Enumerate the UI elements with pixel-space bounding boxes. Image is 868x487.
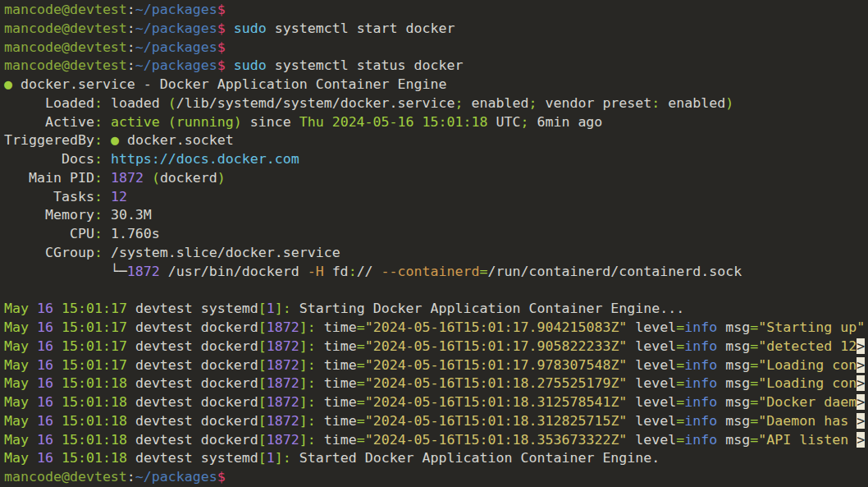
text-segment-lime: 15:01:18: [62, 432, 127, 448]
main-pid-row: Main PID: 1872 (dockerd): [4, 169, 868, 188]
text-segment-lime: =: [750, 319, 758, 335]
text-segment-user: mancode@devtest: [4, 21, 127, 36]
text-segment-yellow: "2024-05-16T15:01:17.904215083Z": [365, 319, 628, 335]
text-segment-fg: time: [316, 338, 357, 354]
text-segment-fg: [53, 413, 62, 429]
text-segment-fg: devtest systemd: [127, 301, 258, 316]
text-segment-lime: 15:01:17: [62, 301, 127, 316]
text-segment-fg: 6min ago: [528, 114, 602, 130]
text-segment-lime: ]:: [299, 338, 316, 354]
text-segment-fg: level: [627, 357, 676, 373]
text-segment-lime: 15:01:18: [62, 375, 127, 391]
text-segment-dollar: $: [217, 469, 226, 485]
text-segment-lime: =: [357, 319, 365, 335]
text-segment-lime: :: [94, 170, 103, 186]
cgroup-process-row: └─1872 /usr/bin/dockerd -H fd:// --conta…: [4, 263, 868, 282]
cgroup-row: CGroup: /system.slice/docker.service: [4, 244, 868, 263]
text-segment-lime: :: [94, 226, 103, 241]
text-segment-purple: 16: [37, 375, 53, 391]
text-segment-fg: level: [627, 413, 676, 429]
text-segment-fg: [29, 338, 37, 354]
text-segment-yellow: "Starting up": [758, 319, 865, 335]
text-segment-lime: [: [258, 301, 267, 316]
text-segment-fg: TriggeredBy: [4, 132, 94, 148]
text-segment-fg: Memory: [4, 207, 94, 223]
text-segment-cyan: sudo: [234, 57, 267, 73]
journal-line-dockerd: May 16 15:01:18 devtest dockerd[1872]: t…: [4, 393, 868, 412]
shell-prompt: mancode@devtest:~/packages$: [4, 1, 868, 20]
text-segment-lime: ]:: [299, 394, 316, 410]
journal-line-dockerd: May 16 15:01:18 devtest dockerd[1872]: t…: [4, 412, 868, 431]
text-segment-fg: [226, 21, 234, 36]
text-segment-info: info: [684, 357, 717, 373]
text-segment-lime: =: [357, 375, 365, 391]
text-segment-purple: 16: [37, 319, 53, 335]
text-segment-fg: [29, 301, 37, 316]
line-truncation-marker: >: [857, 375, 865, 391]
text-segment-fg: [144, 170, 152, 186]
text-segment-fg: Docs: [4, 151, 94, 167]
text-segment-lime: [: [258, 357, 267, 373]
text-segment-info: info: [684, 432, 717, 448]
text-segment-path: ~/packages: [135, 39, 217, 55]
text-segment-fg: loaded: [103, 95, 168, 111]
text-segment-lime: =: [357, 338, 365, 354]
text-segment-fg: systemctl status docker: [267, 57, 464, 73]
text-segment-info: info: [684, 413, 717, 429]
text-segment-fg: docker.socket: [119, 132, 234, 148]
loaded-row: Loaded: loaded (/lib/systemd/system/dock…: [4, 94, 868, 113]
journal-line-dockerd: May 16 15:01:17 devtest dockerd[1872]: t…: [4, 319, 868, 338]
text-segment-lime: ]:: [299, 357, 316, 373]
text-segment-lime: ;: [528, 95, 537, 111]
triggeredby-row: TriggeredBy: ● docker.socket: [4, 131, 868, 150]
text-segment-lime: ●: [111, 132, 119, 148]
shell-prompt: mancode@devtest:~/packages$: [4, 468, 868, 487]
text-segment-lime: [: [258, 394, 267, 410]
text-segment-fg: └─: [4, 264, 127, 279]
text-segment-fg: Starting Docker Application Container En…: [291, 301, 685, 316]
text-segment-fg: CGroup: [4, 245, 94, 260]
text-segment-lime: May: [4, 432, 29, 448]
text-segment-fg: devtest dockerd: [127, 357, 258, 373]
text-segment-fg: level: [627, 375, 676, 391]
text-segment-lime: May: [4, 338, 29, 354]
journal-line-dockerd: May 16 15:01:17 devtest dockerd[1872]: t…: [4, 338, 868, 356]
text-segment-fg: /usr/bin/dockerd: [160, 264, 308, 279]
text-segment-lime: May: [4, 375, 29, 391]
text-segment-cyan: https://docs.docker.com: [111, 151, 299, 167]
text-segment-fg: enabled: [464, 95, 529, 111]
text-segment-purple: 1872: [267, 375, 299, 391]
text-segment-yellow: "2024-05-16T15:01:18.275525179Z": [365, 375, 628, 391]
text-segment-lime: 15:01:17: [62, 357, 127, 373]
text-segment-purple: 16: [37, 432, 53, 448]
text-segment-lime: (: [152, 170, 160, 186]
text-segment-fg: [53, 338, 62, 354]
text-segment-dollar: $: [217, 39, 226, 55]
text-segment-lime: 15:01:17: [62, 319, 127, 335]
text-segment-yellow: "2024-05-16T15:01:17.978307548Z": [365, 357, 628, 373]
text-segment-lime: May: [4, 413, 29, 429]
text-segment-yellow: "2024-05-16T15:01:17.905822233Z": [365, 338, 628, 354]
text-segment-fg: devtest dockerd: [127, 413, 258, 429]
text-segment-purple: 1872: [267, 432, 299, 448]
text-segment-fg: Loaded: [4, 95, 94, 111]
text-segment-yellow: "Daemon has: [758, 413, 857, 429]
text-segment-fg: :: [127, 57, 135, 73]
text-segment-fg: 30.3M: [103, 207, 152, 223]
line-truncation-marker: >: [857, 394, 865, 410]
text-segment-purple: 12: [111, 189, 127, 204]
text-segment-fg: systemctl start docker: [267, 21, 455, 36]
line-truncation-marker: >: [857, 432, 865, 448]
text-segment-fg: msg: [717, 394, 750, 410]
terminal: mancode@devtest:~/packages$mancode@devte…: [0, 0, 868, 487]
text-segment-lime: =: [357, 357, 365, 373]
text-segment-lime: ;: [520, 114, 528, 130]
active-row: Active: active (running) since Thu 2024-…: [4, 113, 868, 132]
text-segment-fg: fd: [324, 264, 349, 279]
text-segment-lime: =: [750, 357, 758, 373]
shell-prompt: mancode@devtest:~/packages$: [4, 39, 868, 57]
text-segment-dollar: $: [217, 21, 226, 36]
command-systemctl-start: mancode@devtest:~/packages$ sudo systemc…: [4, 20, 868, 39]
text-segment-lime: =: [676, 338, 684, 354]
text-segment-fg: [29, 394, 37, 410]
